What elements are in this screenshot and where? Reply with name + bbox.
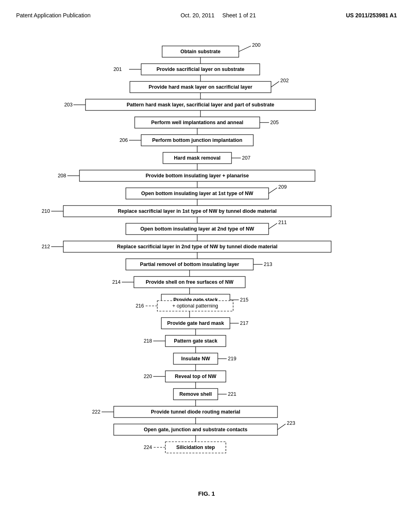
fig-caption: FIG. 1 [198,490,215,497]
ref-209: 209 [278,184,287,190]
svg-line-66 [277,424,286,430]
step-203-text: Pattern hard mask layer, sacrificial lay… [127,102,274,108]
svg-line-25 [269,188,277,193]
step-210-text: Replace sacrificial layer in 1st type of… [118,208,277,214]
svg-line-1 [239,46,251,52]
ref-203: 203 [64,102,73,108]
ref-221: 221 [228,391,236,397]
ref-214: 214 [112,279,121,285]
svg-line-7 [271,81,279,87]
step-216-text: + optional patterning [172,303,218,309]
ref-220: 220 [144,374,152,379]
step-201-text: Provide sacrificial layer on substrate [156,66,244,72]
header-center: Oct. 20, 2011 Sheet 1 of 21 [181,12,256,19]
ref-211: 211 [278,220,287,225]
ref-213: 213 [264,262,272,267]
ref-201: 201 [113,66,122,72]
ref-218: 218 [144,338,152,344]
ref-208: 208 [58,173,66,179]
diagram-container: .box { fill: white; stroke: black; strok… [16,39,397,497]
step-220-text: Reveal top of NW [175,374,217,379]
ref-216: 216 [136,303,144,309]
step-222-text: Provide tunnel diode routing material [151,409,240,415]
ref-224: 224 [144,445,152,450]
step-206-text: Perform bottom junction implantation [152,137,242,143]
step-205-text: Perform well implantations and anneal [151,120,244,125]
step-213-text: Partial removel of bottom insulating lay… [140,262,239,267]
header-sheet: Sheet 1 of 21 [222,12,256,19]
ref-200: 200 [252,42,261,48]
header-date: Oct. 20, 2011 [181,12,215,19]
step-214-text: Provide shell on free surfaces of NW [146,279,234,285]
ref-212: 212 [42,244,50,249]
step-218-text: Pattern gate stack [174,338,217,344]
header-right: US 2011/253981 A1 [346,12,397,19]
step-221-text: Remove shell [179,391,212,397]
step-219-text: Insulate NW [181,356,210,362]
ref-205: 205 [270,120,279,125]
step-200-text: Obtain substrate [180,49,220,54]
ref-210: 210 [42,208,50,214]
svg-line-31 [269,223,277,229]
step-217-text: Provide gate hard mask [167,320,224,326]
step-209-text: Open bottom insulating layer at 1st type… [141,191,253,196]
ref-223: 223 [287,420,295,426]
ref-219: 219 [228,356,236,362]
ref-217: 217 [240,320,248,326]
header: Patent Application Publication Oct. 20, … [16,8,397,27]
page: Patent Application Publication Oct. 20, … [0,0,413,532]
step-208-text: Provide bottom insulating layer + planar… [146,173,249,179]
step-223-text: Open gate, junction and substrate contac… [144,427,248,432]
step-211-text: Open bottom insulating layer at 2nd type… [140,226,254,232]
ref-206: 206 [119,137,128,143]
step-202-text: Provide hard mask layer on sacrificial l… [148,84,252,90]
step-212-text: Replace sacrificial layer in 2nd type of… [117,244,277,249]
step-207-text: Hard mask removal [174,155,220,161]
header-left: Patent Application Publication [16,12,90,19]
flowchart-svg: .box { fill: white; stroke: black; strok… [41,39,372,482]
step-224-text: Silicidation step [176,445,215,450]
ref-202: 202 [280,78,289,83]
ref-215: 215 [240,297,248,303]
ref-222: 222 [92,409,100,415]
ref-207: 207 [242,155,250,161]
